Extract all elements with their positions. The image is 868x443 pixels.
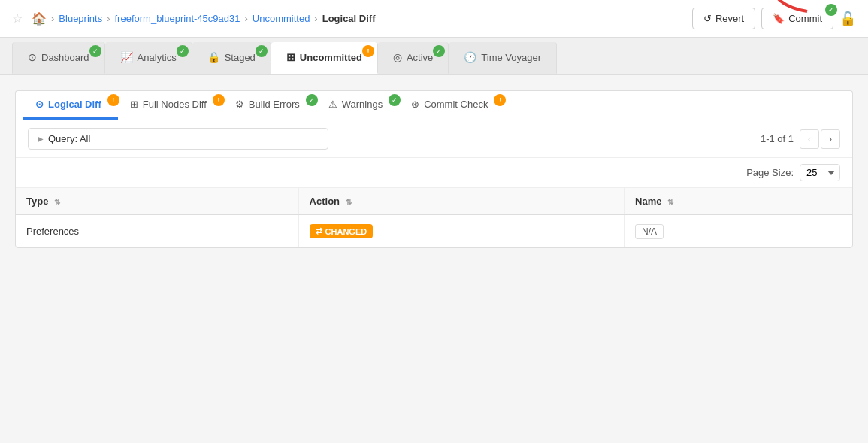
content-area: ⊙ Logical Diff ! ⊞ Full Nodes Diff ! ⚙ B… xyxy=(0,75,868,263)
query-label: Query: All xyxy=(48,133,90,144)
sort-icon-type[interactable]: ⇅ xyxy=(54,198,60,206)
table-header-row: Type ⇅ Action ⇅ Name ⇅ xyxy=(16,188,852,215)
query-bar: ▶ Query: All 1-1 of 1 ‹ › xyxy=(16,120,852,158)
sub-tab-build-errors[interactable]: ⚙ Build Errors ✓ xyxy=(223,91,316,120)
tab-time-voyager-label: Time Voyager xyxy=(481,52,541,63)
sort-icon-name[interactable]: ⇅ xyxy=(667,198,673,206)
build-errors-icon: ⚙ xyxy=(235,99,244,110)
sort-icon-action[interactable]: ⇅ xyxy=(346,198,352,206)
tab-uncommitted-label: Uncommitted xyxy=(300,52,362,63)
sub-tab-bar: ⊙ Logical Diff ! ⊞ Full Nodes Diff ! ⚙ B… xyxy=(15,90,853,120)
full-nodes-diff-icon: ⊞ xyxy=(130,99,138,110)
staged-icon: 🔒 xyxy=(207,51,220,63)
col-action: Action ⇅ xyxy=(298,188,624,215)
tab-staged-label: Staged xyxy=(225,52,256,63)
tab-staged-badge: ✓ xyxy=(256,45,268,57)
breadcrumb-sep-2: › xyxy=(107,13,110,24)
commit-badge: ✓ xyxy=(825,4,837,16)
breadcrumb-current: Logical Diff xyxy=(322,13,376,24)
tab-analytics-label: Analytics xyxy=(138,52,177,63)
active-icon: ◎ xyxy=(393,51,402,63)
tab-active-label: Active xyxy=(407,52,433,63)
data-table: Type ⇅ Action ⇅ Name ⇅ Preferences xyxy=(16,188,852,247)
sub-tab-full-nodes-diff-label: Full Nodes Diff xyxy=(143,99,207,110)
tab-dashboard[interactable]: ⊙ Dashboard ✓ xyxy=(12,42,105,74)
name-value-badge: N/A xyxy=(635,224,664,239)
table-row: Preferences ⇄ CHANGED N/A xyxy=(16,215,852,248)
sub-tab-logical-diff-label: Logical Diff xyxy=(48,99,101,110)
breadcrumb-sep-3: › xyxy=(244,13,247,24)
warnings-icon: ⚠ xyxy=(328,99,337,110)
top-actions: ↺ Revert 🔖 Commit ✓ 🔓 xyxy=(692,8,856,29)
lock-icon[interactable]: 🔓 xyxy=(839,11,856,27)
sub-tab-logical-diff[interactable]: ⊙ Logical Diff ! xyxy=(23,91,118,120)
tab-staged[interactable]: 🔒 Staged ✓ xyxy=(192,42,271,74)
time-voyager-icon: 🕐 xyxy=(464,51,476,63)
prev-page-button[interactable]: ‹ xyxy=(800,129,819,149)
sub-tab-warnings[interactable]: ⚠ Warnings ✓ xyxy=(316,91,399,120)
breadcrumb-sep-4: › xyxy=(314,13,317,24)
breadcrumb: ☆ 🏠 › Blueprints › freeform_blueprint-45… xyxy=(12,11,375,26)
page-size-select[interactable]: 10 25 50 100 xyxy=(800,164,840,181)
sub-tab-warnings-label: Warnings xyxy=(342,99,383,110)
page-size-label: Page Size: xyxy=(746,167,794,178)
revert-icon: ↺ xyxy=(703,13,712,24)
home-icon[interactable]: 🏠 xyxy=(32,11,47,26)
col-type: Type ⇅ xyxy=(16,188,298,215)
tab-dashboard-label: Dashboard xyxy=(41,52,89,63)
breadcrumb-blueprints[interactable]: Blueprints xyxy=(59,13,102,24)
commit-check-icon: ⊛ xyxy=(411,99,419,110)
changed-icon: ⇄ xyxy=(316,226,322,236)
page-size-row: Page Size: 10 25 50 100 xyxy=(16,158,852,188)
sub-tab-commit-check[interactable]: ⊛ Commit Check ! xyxy=(399,91,504,120)
commit-label: Commit xyxy=(788,13,822,24)
sub-tab-build-errors-label: Build Errors xyxy=(249,99,300,110)
uncommitted-icon: ⊞ xyxy=(286,51,295,63)
cell-name: N/A xyxy=(625,215,852,248)
breadcrumb-sep-1: › xyxy=(51,13,54,24)
page-nav: ‹ › xyxy=(800,129,840,149)
commit-button[interactable]: 🔖 Commit ✓ xyxy=(761,8,833,29)
query-input[interactable]: ▶ Query: All xyxy=(28,128,328,150)
breadcrumb-uncommitted[interactable]: Uncommitted xyxy=(253,13,310,24)
tab-analytics[interactable]: 📈 Analytics ✓ xyxy=(105,42,192,74)
commit-icon: 🔖 xyxy=(773,13,785,24)
analytics-icon: 📈 xyxy=(120,51,133,63)
sub-tab-commit-check-badge: ! xyxy=(494,94,506,106)
pagination-info: 1-1 of 1 ‹ › xyxy=(761,129,840,149)
tab-active[interactable]: ◎ Active ✓ xyxy=(378,42,449,74)
tab-time-voyager[interactable]: 🕐 Time Voyager xyxy=(449,42,557,74)
query-expand-icon: ▶ xyxy=(38,135,44,143)
tab-analytics-badge: ✓ xyxy=(177,45,189,57)
revert-label: Revert xyxy=(715,13,744,24)
tab-uncommitted[interactable]: ⊞ Uncommitted ! xyxy=(271,42,378,74)
star-icon[interactable]: ☆ xyxy=(12,11,23,26)
table-wrapper: ▶ Query: All 1-1 of 1 ‹ › Page Size: 10 … xyxy=(15,120,853,248)
tab-uncommitted-badge: ! xyxy=(362,45,374,57)
logical-diff-icon: ⊙ xyxy=(35,99,44,110)
sub-tab-full-nodes-diff[interactable]: ⊞ Full Nodes Diff ! xyxy=(118,91,223,120)
cell-action: ⇄ CHANGED xyxy=(298,215,624,248)
pagination-text: 1-1 of 1 xyxy=(761,133,794,144)
breadcrumb-blueprint-id[interactable]: freeform_blueprint-45c9ad31 xyxy=(115,13,240,24)
next-page-button[interactable]: › xyxy=(821,129,840,149)
col-name: Name ⇅ xyxy=(625,188,852,215)
top-bar: ☆ 🏠 › Blueprints › freeform_blueprint-45… xyxy=(0,0,868,38)
cell-type: Preferences xyxy=(16,215,298,248)
dashboard-icon: ⊙ xyxy=(28,51,37,63)
tab-dashboard-badge: ✓ xyxy=(89,45,101,57)
revert-button[interactable]: ↺ Revert xyxy=(692,8,755,29)
action-changed-label: CHANGED xyxy=(325,227,367,236)
action-changed-badge: ⇄ CHANGED xyxy=(310,224,374,238)
sub-tab-commit-check-label: Commit Check xyxy=(424,99,488,110)
main-tab-bar: ⊙ Dashboard ✓ 📈 Analytics ✓ 🔒 Staged ✓ ⊞… xyxy=(0,38,868,75)
tab-active-badge: ✓ xyxy=(433,45,445,57)
